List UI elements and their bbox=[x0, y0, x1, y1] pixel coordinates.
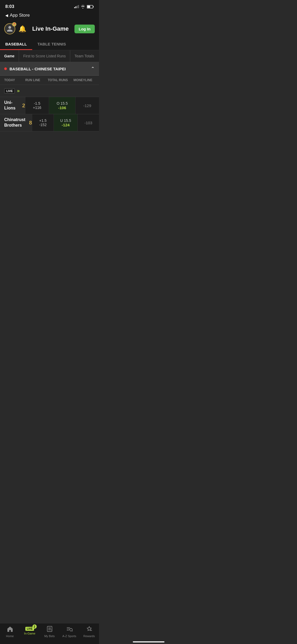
section-header[interactable]: BASEBALL - CHINESE TAIPEI ⌃ bbox=[0, 62, 99, 76]
col-runline-label: RUN LINE bbox=[21, 78, 45, 82]
live-dot-icon bbox=[4, 67, 7, 70]
header-title: Live In-Game bbox=[26, 25, 74, 32]
app-store-label: App Store bbox=[10, 13, 30, 18]
location-pin-icon: 📍 bbox=[12, 22, 16, 26]
team-1-name: Uni-Lions bbox=[4, 100, 18, 111]
tab-team-totals[interactable]: Team Totals bbox=[70, 50, 98, 62]
double-arrow-icon: » bbox=[17, 88, 20, 94]
col-total-label: TOTAL RUNS bbox=[45, 78, 71, 82]
team-2-runline-top: +1.5 bbox=[39, 118, 47, 123]
team-2-total-cell[interactable]: U 15.5 -124 bbox=[54, 114, 78, 131]
tab-table-tennis[interactable]: TABLE TENNIS bbox=[32, 38, 71, 50]
section-title-text: BASEBALL - CHINESE TAIPEI bbox=[10, 67, 66, 71]
table-row: Chinatrust Brothers 8 +1.5 -152 U 15.5 -… bbox=[0, 114, 99, 131]
team-2-name: Chinatrust Brothers bbox=[4, 117, 25, 128]
team-2-info: Chinatrust Brothers 8 bbox=[4, 117, 32, 128]
team-1-runline-top: -1.5 bbox=[34, 101, 40, 105]
team-1-moneyline: -129 bbox=[83, 103, 91, 108]
login-button[interactable]: Log In bbox=[74, 25, 95, 33]
signal-icon bbox=[74, 5, 79, 8]
main-content: BASEBALL TABLE TENNIS Game First to Scor… bbox=[0, 38, 99, 155]
wifi-icon bbox=[81, 5, 85, 8]
tab-baseball[interactable]: BASEBALL bbox=[0, 38, 32, 50]
team-2-score: 8 bbox=[29, 120, 32, 126]
team-1-info: Uni-Lions 2 bbox=[4, 100, 25, 111]
sport-tabs: BASEBALL TABLE TENNIS bbox=[0, 38, 99, 50]
team-2-runline-cell[interactable]: +1.5 -152 bbox=[32, 114, 54, 131]
section-title: BASEBALL - CHINESE TAIPEI bbox=[4, 67, 66, 71]
live-indicator-row: LIVE » bbox=[0, 85, 99, 97]
header-left: 📍 🔔 bbox=[4, 23, 26, 34]
team-1-runline-cell[interactable]: -1.5 +116 bbox=[25, 97, 49, 114]
team-1-total-cell[interactable]: O 15.5 -106 bbox=[49, 97, 75, 114]
teams-container: Uni-Lions 2 -1.5 +116 O 15.5 -106 -129 C… bbox=[0, 97, 99, 131]
team-2-moneyline-cell[interactable]: -103 bbox=[77, 114, 99, 131]
svg-rect-2 bbox=[77, 6, 78, 8]
status-time: 8:03 bbox=[5, 4, 14, 9]
svg-rect-0 bbox=[74, 7, 75, 8]
team-1-score: 2 bbox=[22, 103, 25, 109]
team-1-total-odds: -106 bbox=[58, 105, 66, 110]
header: 📍 🔔 Live In-Game Log In bbox=[0, 21, 99, 38]
battery-icon bbox=[87, 5, 94, 8]
bell-icon[interactable]: 🔔 bbox=[18, 25, 26, 33]
status-icons bbox=[74, 5, 94, 8]
col-moneyline-label: MONEYLINE bbox=[71, 78, 95, 82]
status-bar: 8:03 bbox=[0, 0, 99, 12]
svg-rect-6 bbox=[87, 6, 90, 8]
bet-type-tabs: Game First to Score Listed Runs Team Tot… bbox=[0, 50, 99, 62]
chevron-up-icon[interactable]: ⌃ bbox=[91, 66, 95, 72]
team-1-moneyline-cell[interactable]: -129 bbox=[75, 97, 99, 114]
team-2-total-odds: -124 bbox=[62, 123, 70, 127]
svg-rect-3 bbox=[78, 5, 79, 8]
avatar[interactable]: 📍 bbox=[4, 23, 15, 34]
back-arrow-icon[interactable]: ◀ bbox=[5, 13, 8, 17]
col-today-label: TODAY bbox=[4, 78, 21, 82]
team-1-total-label: O 15.5 bbox=[56, 101, 68, 105]
tab-game[interactable]: Game bbox=[0, 50, 19, 62]
svg-rect-5 bbox=[93, 6, 94, 7]
svg-rect-1 bbox=[76, 6, 76, 8]
table-row: Uni-Lions 2 -1.5 +116 O 15.5 -106 -129 bbox=[0, 97, 99, 114]
column-headers: TODAY RUN LINE TOTAL RUNS MONEYLINE bbox=[0, 76, 99, 85]
team-2-total-label: U 15.5 bbox=[60, 118, 71, 123]
team-2-moneyline: -103 bbox=[84, 121, 92, 125]
team-1-runline-bottom: +116 bbox=[33, 105, 41, 110]
team-2-runline-bottom: -152 bbox=[39, 123, 46, 127]
app-store-bar[interactable]: ◀ App Store bbox=[0, 12, 99, 21]
user-icon bbox=[6, 25, 13, 32]
live-badge: LIVE bbox=[4, 88, 15, 94]
tab-first-to-score[interactable]: First to Score Listed Runs bbox=[19, 50, 70, 62]
